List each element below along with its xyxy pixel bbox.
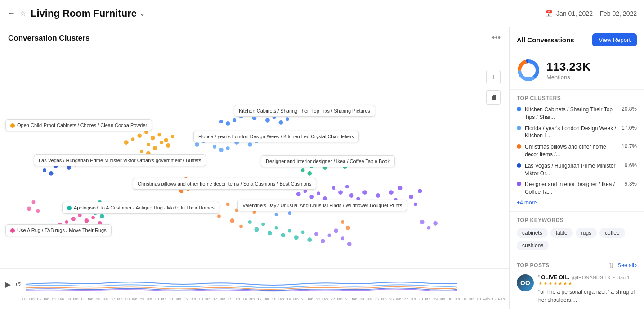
top-clusters-section: Top Clusters Kitchen Cabinets / Sharing … — [510, 90, 644, 212]
svg-point-14 — [268, 107, 272, 112]
date-label: 02 Jan — [37, 297, 49, 301]
svg-point-100 — [376, 193, 380, 198]
svg-point-29 — [219, 148, 224, 152]
svg-point-26 — [202, 139, 206, 143]
favorite-button[interactable]: ☆ — [20, 9, 26, 18]
svg-point-85 — [94, 211, 97, 215]
svg-point-88 — [296, 192, 301, 196]
svg-point-71 — [190, 182, 195, 187]
svg-point-131 — [268, 231, 272, 236]
svg-point-64 — [343, 164, 347, 169]
keyword-tag[interactable]: cushions — [517, 241, 549, 250]
svg-point-99 — [370, 200, 373, 203]
svg-point-38 — [171, 135, 174, 138]
cluster-name: Christmas pillows and other home decor i… — [525, 143, 618, 159]
replay-button[interactable]: ↺ — [15, 280, 21, 289]
svg-point-28 — [213, 145, 216, 149]
sort-icon[interactable]: ⇅ — [608, 262, 614, 269]
svg-point-25 — [255, 139, 258, 143]
cluster-name: Kitchen Cabinets / Sharing Their Top Tip… — [525, 106, 618, 121]
svg-point-144 — [275, 213, 278, 216]
svg-point-104 — [398, 186, 402, 190]
post-item: OO ' OLIVE OIL. @IRONANDSILK • Jan 1 ★★★… — [517, 274, 637, 304]
cluster-pct: 20.8% — [622, 106, 637, 112]
see-all-link[interactable]: See all › — [617, 262, 637, 268]
keyword-tag[interactable]: table — [550, 228, 573, 238]
svg-point-141 — [334, 229, 338, 233]
post-handle: @IRONANDSILK — [572, 275, 611, 280]
svg-point-92 — [323, 196, 327, 201]
svg-point-102 — [389, 190, 394, 195]
top-posts-section: Top Posts ⇅ See all › OO ' OLIVE OIL. @I… — [510, 256, 644, 309]
play-button[interactable]: ▶ — [5, 280, 11, 289]
mentions-label: Mentions — [546, 74, 590, 81]
svg-point-138 — [314, 232, 318, 236]
svg-point-9 — [226, 121, 230, 126]
view-report-button[interactable]: View Report — [592, 33, 637, 46]
date-label: 14 Jan — [213, 297, 225, 301]
date-label: 16 Jan — [242, 297, 255, 301]
svg-point-39 — [131, 137, 135, 141]
date-label: 03 Jan — [52, 297, 64, 301]
header-right: 📅 Jan 01, 2022 – Feb 02, 2022 — [545, 10, 637, 17]
posts-label: Top Posts — [517, 262, 550, 268]
cluster-name: Designer and interior designer / Ikea / … — [525, 181, 621, 196]
date-label: 20 Jan — [301, 297, 313, 301]
cluster-color-dot — [517, 126, 521, 130]
keyword-tag[interactable]: rugs — [576, 228, 597, 238]
svg-point-74 — [210, 182, 214, 186]
svg-point-52 — [67, 165, 71, 170]
svg-point-103 — [394, 198, 398, 202]
svg-line-110 — [334, 188, 340, 192]
svg-point-142 — [341, 236, 344, 240]
svg-point-140 — [328, 233, 331, 237]
date-label: 27 Jan — [404, 297, 416, 301]
date-label: 18 Jan — [272, 297, 284, 301]
svg-point-90 — [309, 195, 314, 199]
svg-point-158 — [433, 221, 438, 226]
cluster-item: Kitchen Cabinets / Sharing Their Top Tip… — [517, 106, 637, 121]
svg-point-21 — [228, 135, 232, 138]
cluster-pct: 10.7% — [622, 143, 637, 150]
all-conversations-title: All Conversations — [517, 36, 574, 44]
svg-line-16 — [248, 113, 255, 118]
timeline-area: ▶ ↺ 01 Jan 02 Jan 03 Jan 04 Jan 05 Jan 0… — [0, 268, 509, 309]
more-clusters-link[interactable]: +4 more — [517, 200, 637, 206]
keyword-tag[interactable]: cabinets — [517, 228, 548, 238]
date-label: 15 Jan — [228, 297, 240, 301]
date-label: 25 Jan — [375, 297, 387, 301]
date-label: 29 Jan — [433, 297, 445, 301]
cluster-chart — [0, 47, 509, 268]
svg-point-22 — [234, 140, 239, 145]
monitor-button[interactable]: 🖥 — [486, 90, 501, 105]
svg-point-40 — [124, 140, 129, 145]
svg-point-67 — [307, 171, 312, 176]
svg-point-113 — [84, 218, 89, 223]
svg-point-11 — [248, 108, 252, 111]
svg-point-36 — [157, 133, 161, 137]
back-button[interactable]: ← — [7, 9, 15, 18]
svg-point-139 — [321, 239, 325, 243]
keyword-tags: cabinets table rugs coffee cushions — [517, 228, 637, 250]
svg-point-5 — [273, 115, 276, 119]
svg-point-59 — [309, 164, 314, 168]
keyword-tag[interactable]: coffee — [599, 228, 625, 238]
zoom-in-button[interactable]: + — [486, 70, 501, 84]
dashboard-title-button[interactable]: Living Room Furniture ⌄ — [31, 8, 145, 19]
cluster-item: Christmas pillows and other home decor i… — [517, 143, 637, 159]
header-left: ← ☆ Living Room Furniture ⌄ — [7, 8, 145, 19]
avatar: OO — [517, 274, 534, 291]
svg-point-124 — [253, 210, 256, 214]
svg-point-155 — [346, 226, 350, 230]
svg-point-4 — [265, 118, 270, 123]
svg-point-77 — [186, 187, 190, 191]
cluster-pct: 9.6% — [625, 162, 637, 168]
more-options-button[interactable]: ••• — [492, 33, 501, 43]
svg-point-46 — [146, 151, 151, 156]
svg-point-30 — [226, 146, 230, 150]
cluster-item: Designer and interior designer / Ikea / … — [517, 181, 637, 196]
calendar-icon: 📅 — [545, 10, 553, 17]
svg-point-97 — [356, 197, 360, 200]
date-label: 13 Jan — [198, 297, 210, 301]
svg-point-91 — [317, 191, 320, 195]
